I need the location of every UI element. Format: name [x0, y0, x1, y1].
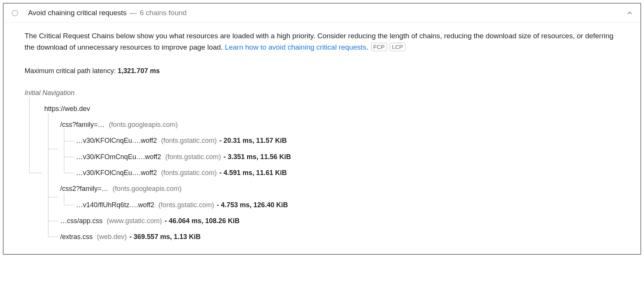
audit-title: Avoid chaining critical requests: [28, 9, 127, 17]
tree-node-path: …v30/KFOmCnqEu….woff2: [76, 153, 161, 161]
tree-node-path: …v30/KFOlCnqEu….woff2: [76, 169, 157, 177]
tree-node-origin: (fonts.gstatic.com): [159, 169, 217, 177]
audit-subtitle: 6 chains found: [140, 9, 187, 17]
tree-node: …v30/KFOmCnqEu….woff2 (fonts.gstatic.com…: [76, 149, 622, 165]
tree-node-path: …v140/flUhRq6tz….woff2: [76, 201, 154, 209]
tree-node-origin: (fonts.googleapis.com): [107, 121, 178, 128]
audit-header[interactable]: Avoid chaining critical requests — 6 cha…: [3, 3, 641, 23]
tree-node-stats: - 4.591 ms, 11.61 KiB: [218, 169, 287, 177]
tree-node: …v140/flUhRq6tz….woff2 (fonts.gstatic.co…: [76, 197, 622, 213]
metric-chip-fcp: FCP: [371, 43, 387, 51]
tree-node-row: …v140/flUhRq6tz….woff2 (fonts.gstatic.co…: [76, 201, 288, 209]
tree-node-row: …css/app.css (www.gstatic.com) - 46.064 …: [60, 217, 240, 225]
tree-node-path: /css2?family=…: [60, 185, 109, 192]
tree-node-path: https://web.dev: [44, 105, 90, 112]
tree-node-origin: (web.dev): [95, 233, 127, 241]
max-latency-label: Maximum critical path latency:: [25, 67, 118, 75]
tree-children: …v30/KFOlCnqEu….woff2 (fonts.gstatic.com…: [64, 133, 622, 181]
audit-card: Avoid chaining critical requests — 6 cha…: [3, 3, 641, 255]
tree-node-row: …v30/KFOlCnqEu….woff2 (fonts.gstatic.com…: [76, 169, 287, 177]
request-chain-tree: Initial Navigation https://web.dev/css?f…: [25, 85, 622, 245]
tree-node-stats: - 4.753 ms, 126.40 KiB: [215, 201, 288, 209]
tree-node-row: /extras.css (web.dev) - 369.557 ms, 1.13…: [60, 233, 201, 241]
tree-node: …css/app.css (www.gstatic.com) - 46.064 …: [60, 213, 622, 229]
tree-node-row: https://web.dev: [44, 105, 90, 112]
chevron-up-icon[interactable]: [625, 9, 634, 17]
tree-node: /css2?family=… (fonts.googleapis.com)…v1…: [60, 181, 622, 213]
tree-node-stats: - 20.31 ms, 11.57 KiB: [218, 137, 287, 144]
tree-node-origin: (fonts.googleapis.com): [111, 185, 182, 192]
tree-node-path: …v30/KFOlCnqEu….woff2: [76, 137, 157, 144]
tree-node-stats: - 46.064 ms, 108.26 KiB: [163, 217, 240, 225]
tree-node: /css?family=… (fonts.googleapis.com)…v30…: [60, 117, 622, 181]
tree-node-origin: (fonts.gstatic.com): [163, 153, 221, 161]
tree-node-row: /css2?family=… (fonts.googleapis.com): [60, 185, 182, 192]
tree-children: /css?family=… (fonts.googleapis.com)…v30…: [48, 117, 622, 245]
tree-node-path: /css?family=…: [60, 121, 105, 128]
tree-node: …v30/KFOlCnqEu….woff2 (fonts.gstatic.com…: [76, 133, 622, 148]
audit-body: The Critical Request Chains below show y…: [3, 23, 641, 254]
tree-node-stats: - 3.351 ms, 11.56 KiB: [222, 153, 291, 161]
tree-node-origin: (fonts.gstatic.com): [157, 201, 214, 209]
tree-node: …v30/KFOlCnqEu….woff2 (fonts.gstatic.com…: [76, 165, 622, 181]
tree-node-stats: - 369.557 ms, 1.13 KiB: [128, 233, 201, 241]
max-latency-value: 1,321.707 ms: [118, 67, 160, 75]
learn-more-link[interactable]: Learn how to avoid chaining critical req…: [225, 43, 366, 51]
tree-node-row: …v30/KFOlCnqEu….woff2 (fonts.gstatic.com…: [76, 137, 287, 144]
tree-node: https://web.dev/css?family=… (fonts.goog…: [44, 101, 622, 245]
tree-node-row: …v30/KFOmCnqEu….woff2 (fonts.gstatic.com…: [76, 153, 291, 161]
tree-root-children: https://web.dev/css?family=… (fonts.goog…: [25, 101, 622, 245]
tree-node: /extras.css (web.dev) - 369.557 ms, 1.13…: [60, 229, 622, 245]
max-latency-line: Maximum critical path latency: 1,321.707…: [25, 66, 622, 77]
tree-children: …v140/flUhRq6tz….woff2 (fonts.gstatic.co…: [64, 197, 622, 213]
audit-description: The Critical Request Chains below show y…: [25, 30, 622, 53]
tree-node-path: …css/app.css: [60, 217, 103, 225]
tree-node-origin: (www.gstatic.com): [105, 217, 162, 225]
description-text-b: .: [366, 43, 368, 51]
audit-separator: —: [130, 9, 137, 17]
tree-node-origin: (fonts.gstatic.com): [159, 137, 217, 144]
tree-node-path: /extras.css: [60, 233, 93, 241]
metric-chip-lcp: LCP: [390, 43, 405, 51]
tree-root-label: Initial Navigation: [25, 85, 622, 101]
status-neutral-icon: [12, 10, 18, 16]
tree-node-row: /css?family=… (fonts.googleapis.com): [60, 121, 178, 128]
